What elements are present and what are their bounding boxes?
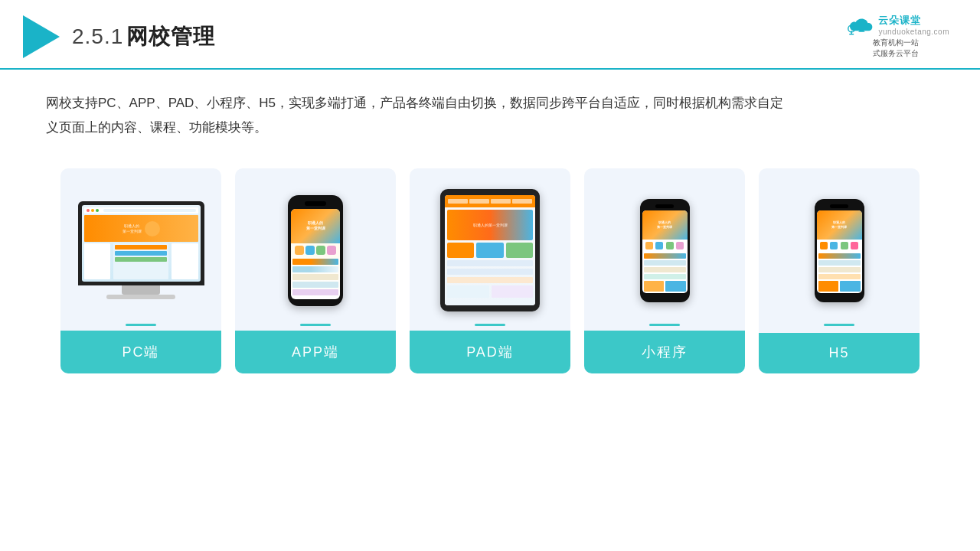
brand-icon: 云朵课堂 yunduoketang.com [841,14,949,36]
small-phone-outer: 职通人的第一堂判课 [640,199,690,302]
card-label-pc: PC端 [60,331,221,373]
tablet-screen: 职通人的第一堂判课 [445,195,535,305]
h5-small-phone-screen: 职通人的第一堂判课 [817,210,862,293]
brand-url: yunduoketang.com [878,28,949,36]
card-pc-image: 职通人的第一堂判课 [60,184,221,318]
card-divider [475,324,505,326]
logo-triangle-icon [23,15,60,58]
slogan-line1: 教育机构一站 [873,38,919,47]
brand-logo: 云朵课堂 yunduoketang.com 教育机构一站 式服务云平台 [841,14,949,59]
card-h5: 职通人的第一堂判课 [759,168,920,373]
pc-mockup: 职通人的第一堂判课 [78,201,204,299]
card-pad-image: 职通人的第一堂判课 [410,184,570,318]
card-label-h5: H5 [759,333,920,373]
cloud-svg-icon [841,15,875,36]
pc-screen-outer: 职通人的第一堂判课 [78,201,204,285]
h5-phone-mockup: 职通人的第一堂判课 [815,199,864,302]
card-divider [649,324,680,326]
pc-stand [122,285,160,295]
description-text: 网校支持PC、APP、PAD、小程序、H5，实现多端打通，产品各终端自由切换，数… [0,70,842,153]
section-number: 2.5.1 [72,24,123,48]
cards-container: 职通人的第一堂判课 [0,153,980,389]
card-pad: 职通人的第一堂判课 [410,168,570,373]
small-phone-screen: 职通人的第一堂判课 [642,210,688,293]
card-miniprogram: 职通人的第一堂判课 [584,168,745,373]
h5-small-phone-notch [830,204,848,208]
brand-slogan: 教育机构一站 式服务云平台 [873,37,919,59]
header: 2.5.1网校管理 云朵课堂 yunduoketang.com 教育机构一站 式… [0,0,980,70]
card-divider [824,324,854,326]
phone-screen: 职通人的第一堂判课 [291,209,340,299]
card-pc: 职通人的第一堂判课 [60,168,221,373]
header-left: 2.5.1网校管理 [23,15,215,58]
tablet-mockup: 职通人的第一堂判课 [440,189,540,311]
card-h5-image: 职通人的第一堂判课 [759,184,920,318]
card-label-app: APP端 [235,331,396,373]
brand-name-cn: 云朵课堂 [878,14,949,28]
card-divider [300,324,331,326]
phone-outer: 职通人的第一堂判课 [288,195,343,306]
title-text: 网校管理 [126,24,215,48]
card-label-miniprogram: 小程序 [584,331,745,373]
card-miniprogram-image: 职通人的第一堂判课 [584,184,745,318]
tablet-outer: 职通人的第一堂判课 [440,189,540,311]
card-divider [126,324,156,326]
card-label-pad: PAD端 [410,331,570,373]
card-app: 职通人的第一堂判课 [235,168,396,373]
app-phone-mockup: 职通人的第一堂判课 [288,195,343,306]
phone-notch [305,201,326,206]
pc-screen-inner: 职通人的第一堂判课 [82,205,201,282]
miniprogram-phone-mockup: 职通人的第一堂判课 [640,199,690,302]
pc-base [106,295,175,299]
small-phone-notch [655,204,674,208]
slogan-line2: 式服务云平台 [873,49,919,57]
h5-small-phone-outer: 职通人的第一堂判课 [815,199,864,302]
card-app-image: 职通人的第一堂判课 [235,184,396,318]
page-title: 2.5.1网校管理 [72,22,215,51]
